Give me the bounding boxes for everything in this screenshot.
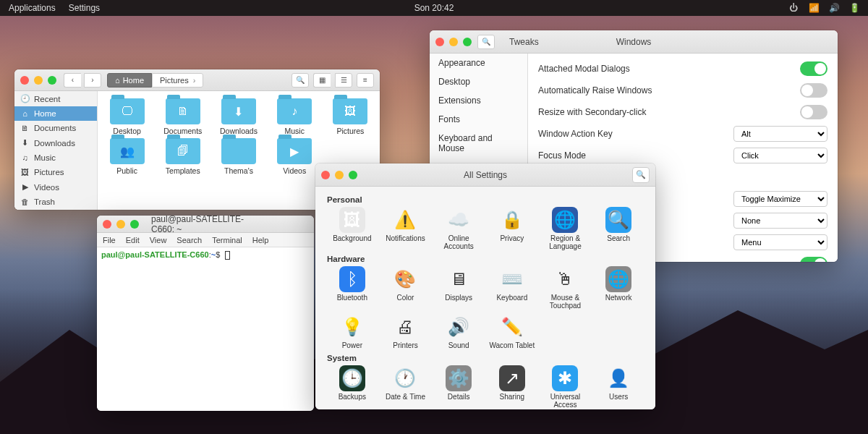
list-view-button[interactable]: ☰ bbox=[335, 73, 352, 88]
settings-item[interactable]: 🖨Printers bbox=[380, 312, 431, 351]
close-button[interactable] bbox=[20, 76, 29, 85]
forward-button[interactable]: › bbox=[84, 73, 101, 88]
terminal-menu-item[interactable]: Help bbox=[252, 236, 269, 244]
settings-titlebar[interactable]: All Settings 🔍 bbox=[315, 163, 655, 187]
settings-item[interactable]: ⌨️Keyboard bbox=[487, 265, 537, 311]
folder[interactable]: 🖼Pictures bbox=[324, 98, 377, 135]
settings-item[interactable]: 🔍Search bbox=[593, 205, 644, 252]
settings-item[interactable]: 🔒Privacy bbox=[487, 205, 537, 252]
terminal-menu-item[interactable]: Terminal bbox=[212, 236, 242, 244]
terminal-menu-item[interactable]: View bbox=[150, 236, 167, 244]
dropdown[interactable]: Click bbox=[733, 148, 827, 163]
folder[interactable]: 🗐Templates bbox=[156, 138, 209, 175]
clock[interactable]: Son 20:42 bbox=[414, 3, 454, 13]
maximize-button[interactable] bbox=[130, 220, 139, 229]
tweaks-titlebar[interactable]: 🔍 Tweaks Windows bbox=[430, 30, 838, 54]
terminal-titlebar[interactable]: paul@paul-SATELLITE-C660: ~ bbox=[97, 216, 314, 233]
folder[interactable]: Thema's bbox=[212, 138, 265, 175]
close-button[interactable] bbox=[103, 220, 111, 229]
dropdown[interactable]: Alt bbox=[733, 126, 827, 142]
window-controls bbox=[20, 76, 56, 85]
settings-item[interactable]: 🖥Displays bbox=[433, 265, 484, 311]
search-button[interactable]: 🔍 bbox=[477, 35, 495, 49]
sidebar-item[interactable]: ▶Videos bbox=[14, 179, 97, 195]
minimize-button[interactable] bbox=[116, 220, 125, 229]
minimize-button[interactable] bbox=[449, 38, 458, 46]
folder[interactable]: ♪Music bbox=[268, 98, 321, 135]
dropdown[interactable]: Menu bbox=[733, 234, 827, 250]
settings-search[interactable] bbox=[632, 167, 650, 183]
breadcrumb-item[interactable]: ⌂Home bbox=[107, 73, 152, 88]
menubar-item-applications[interactable]: Applications bbox=[9, 3, 56, 13]
settings-item[interactable]: 🖼Background bbox=[327, 205, 378, 252]
volume-icon[interactable]: 🔊 bbox=[829, 3, 839, 13]
maximize-button[interactable] bbox=[349, 171, 357, 179]
maximize-button[interactable] bbox=[48, 76, 56, 85]
sidebar-item[interactable]: 🗑Trash bbox=[14, 195, 97, 209]
battery-icon[interactable]: 🔋 bbox=[849, 3, 859, 13]
settings-item[interactable]: ✱Universal Access bbox=[540, 364, 591, 409]
tweaks-row: Automatically Raise Windows bbox=[538, 82, 827, 98]
terminal-cursor bbox=[225, 251, 230, 260]
tweaks-sidebar-item[interactable]: Fonts bbox=[430, 110, 527, 129]
folder[interactable]: 🗎Documents bbox=[156, 98, 209, 135]
settings-item[interactable]: 🕒Backups bbox=[327, 364, 378, 409]
toggle-switch[interactable] bbox=[800, 61, 827, 76]
folder[interactable]: 👥Public bbox=[101, 138, 153, 175]
tweaks-sidebar-item[interactable]: Keyboard and Mouse bbox=[430, 129, 527, 158]
grid-view-button[interactable]: ▦ bbox=[313, 73, 331, 88]
settings-item[interactable]: ↗Sharing bbox=[487, 364, 537, 409]
toggle-switch[interactable] bbox=[800, 83, 827, 98]
sidebar-item[interactable]: 🕘Recent bbox=[14, 91, 97, 106]
settings-item[interactable]: 🌐Network bbox=[593, 265, 644, 311]
settings-item[interactable]: 🔊Sound bbox=[433, 312, 484, 351]
sidebar-item-label: Downloads bbox=[34, 139, 75, 148]
menubar-item-settings[interactable]: Settings bbox=[69, 3, 100, 13]
terminal-menu-item[interactable]: Edit bbox=[126, 236, 140, 244]
search-button[interactable]: 🔍 bbox=[292, 73, 309, 88]
sidebar-item[interactable]: ⬇Downloads bbox=[14, 135, 97, 150]
settings-item[interactable]: 🌐Region & Language bbox=[540, 205, 591, 252]
breadcrumb-item[interactable]: Pictures › bbox=[152, 73, 203, 88]
sidebar-item[interactable]: ♫Music bbox=[14, 150, 97, 165]
window-controls bbox=[321, 171, 357, 179]
settings-item-icon: 🔍 bbox=[605, 207, 631, 233]
file-manager-titlebar[interactable]: ‹ › ⌂HomePictures › 🔍 ▦ ☰ ≡ bbox=[14, 69, 380, 91]
close-button[interactable] bbox=[321, 171, 330, 179]
settings-item[interactable]: ✏️Wacom Tablet bbox=[487, 312, 537, 351]
settings-item[interactable]: 🎨Color bbox=[380, 265, 431, 311]
wifi-icon[interactable]: 📶 bbox=[809, 3, 819, 13]
dropdown[interactable]: None bbox=[733, 213, 827, 229]
terminal-body[interactable]: paul@paul-SATELLITE-C660:~$ bbox=[97, 247, 314, 411]
settings-item[interactable]: 💡Power bbox=[327, 312, 378, 351]
tweaks-sidebar-item[interactable]: Extensions bbox=[430, 91, 527, 110]
minimize-button[interactable] bbox=[335, 171, 344, 179]
settings-item[interactable]: ⚙️Details bbox=[433, 364, 484, 409]
tweaks-sidebar-item[interactable]: Appearance bbox=[430, 54, 527, 72]
close-button[interactable] bbox=[435, 38, 444, 46]
toggle-switch[interactable] bbox=[800, 105, 827, 119]
maximize-button[interactable] bbox=[463, 38, 472, 46]
minimize-button[interactable] bbox=[34, 76, 43, 85]
settings-item[interactable]: ᛒBluetooth bbox=[327, 265, 378, 311]
terminal-menu-item[interactable]: Search bbox=[176, 236, 202, 244]
power-icon[interactable]: ⏻ bbox=[788, 3, 799, 13]
sidebar-item[interactable]: 🗎Documents bbox=[14, 121, 97, 135]
sidebar-item[interactable]: ⌂Home bbox=[14, 106, 97, 121]
folder[interactable]: ⬇Downloads bbox=[212, 98, 265, 135]
settings-item[interactable]: 🕐Date & Time bbox=[380, 364, 431, 409]
sidebar-item[interactable]: 🖼Pictures bbox=[14, 165, 97, 179]
back-button[interactable]: ‹ bbox=[64, 73, 81, 88]
settings-item[interactable]: ☁️Online Accounts bbox=[433, 205, 484, 252]
folder[interactable]: 🖵Desktop bbox=[101, 98, 153, 135]
toggle-switch[interactable] bbox=[800, 257, 827, 262]
folder[interactable]: ▶Videos bbox=[268, 138, 321, 175]
settings-item[interactable]: 👤Users bbox=[593, 364, 644, 409]
settings-item[interactable]: 🖱Mouse & Touchpad bbox=[540, 265, 591, 311]
settings-item-icon: 🕒 bbox=[339, 365, 365, 391]
dropdown[interactable]: Toggle Maximize bbox=[733, 191, 827, 207]
terminal-menu-item[interactable]: File bbox=[103, 236, 116, 244]
hamburger-menu-button[interactable]: ≡ bbox=[357, 73, 374, 88]
tweaks-sidebar-item[interactable]: Desktop bbox=[430, 72, 527, 91]
settings-item[interactable]: ⚠️Notifications bbox=[380, 205, 431, 252]
